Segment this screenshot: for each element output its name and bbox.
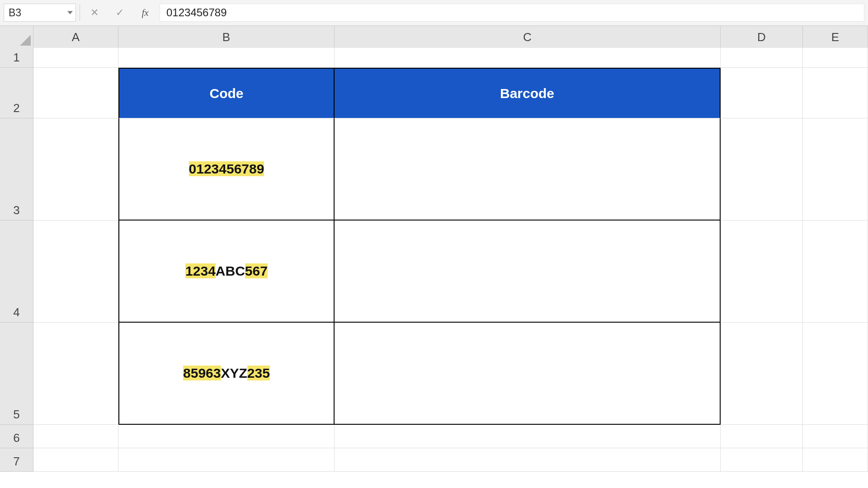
- cell-d2[interactable]: [721, 68, 803, 118]
- cell-b3-code[interactable]: 0123456789: [118, 118, 335, 221]
- grid-rows: 1 2 Code Barcode 3 0123: [0, 48, 868, 472]
- cell-d3[interactable]: [721, 118, 803, 221]
- formula-input[interactable]: 0123456789: [160, 4, 864, 22]
- cell-a6[interactable]: [33, 425, 118, 448]
- formula-bar: B3 ✕ ✓ fx 0123456789: [0, 0, 868, 26]
- check-icon: ✓: [116, 7, 124, 19]
- row-header-3[interactable]: 3: [0, 118, 33, 221]
- chevron-down-icon[interactable]: [67, 11, 73, 14]
- cell-b2-header-code[interactable]: Code: [118, 68, 335, 118]
- cell-a1[interactable]: [33, 48, 118, 68]
- cell-e3[interactable]: [803, 118, 868, 221]
- name-box[interactable]: B3: [4, 4, 76, 22]
- code-value-row3: 85963XYZ235: [183, 366, 270, 381]
- formula-input-value: 0123456789: [166, 6, 226, 19]
- header-barcode-label: Barcode: [500, 86, 554, 101]
- cell-c1[interactable]: [335, 48, 721, 68]
- select-all-corner[interactable]: [0, 26, 33, 48]
- column-headers: A B C D E: [0, 26, 868, 48]
- row-header-2[interactable]: 2: [0, 68, 33, 118]
- cell-b6[interactable]: [118, 425, 335, 448]
- cell-a5[interactable]: [33, 323, 118, 425]
- cell-d6[interactable]: [721, 425, 803, 448]
- cell-c6[interactable]: [335, 425, 721, 448]
- cell-a2[interactable]: [33, 68, 118, 118]
- cell-d5[interactable]: [721, 323, 803, 425]
- cell-e6[interactable]: [803, 425, 868, 448]
- close-icon: ✕: [90, 7, 99, 19]
- cell-b5-code[interactable]: 85963XYZ235: [118, 323, 335, 425]
- cell-d1[interactable]: [721, 48, 803, 68]
- row-header-4[interactable]: 4: [0, 221, 33, 323]
- cell-c2-header-barcode[interactable]: Barcode: [335, 68, 721, 118]
- cancel-formula-button[interactable]: ✕: [84, 4, 105, 22]
- row-header-7[interactable]: 7: [0, 448, 33, 472]
- cell-c7[interactable]: [335, 448, 721, 472]
- cell-e2[interactable]: [803, 68, 868, 118]
- cell-c3-barcode[interactable]: [335, 118, 721, 221]
- cell-a4[interactable]: [33, 221, 118, 323]
- header-code-label: Code: [210, 86, 244, 101]
- col-header-c[interactable]: C: [335, 26, 721, 48]
- row-header-1[interactable]: 1: [0, 48, 33, 68]
- row-header-6[interactable]: 6: [0, 425, 33, 448]
- cell-a3[interactable]: [33, 118, 118, 221]
- cell-b4-code[interactable]: 1234ABC567: [118, 221, 335, 323]
- separator: [80, 4, 80, 21]
- cell-e4[interactable]: [803, 221, 868, 323]
- cell-c4-barcode[interactable]: [335, 221, 721, 323]
- code-value-row1: 0123456789: [189, 161, 264, 177]
- cell-e7[interactable]: [803, 448, 868, 472]
- cell-e1[interactable]: [803, 48, 868, 68]
- col-header-a[interactable]: A: [33, 26, 118, 48]
- cell-a7[interactable]: [33, 448, 118, 472]
- col-header-b[interactable]: B: [118, 26, 335, 48]
- cell-b1[interactable]: [118, 48, 335, 68]
- worksheet: A B C D E 1 2 Code Barcode: [0, 26, 868, 472]
- fx-icon: fx: [142, 7, 148, 19]
- cell-d4[interactable]: [721, 221, 803, 323]
- col-header-d[interactable]: D: [721, 26, 803, 48]
- name-box-value: B3: [9, 7, 21, 19]
- insert-function-button[interactable]: fx: [134, 4, 156, 22]
- cell-c5-barcode[interactable]: [335, 323, 721, 425]
- cell-b7[interactable]: [118, 448, 335, 472]
- col-header-e[interactable]: E: [803, 26, 868, 48]
- row-header-5[interactable]: 5: [0, 323, 33, 425]
- code-value-row2: 1234ABC567: [185, 263, 268, 279]
- cell-e5[interactable]: [803, 323, 868, 425]
- cell-d7[interactable]: [721, 448, 803, 472]
- enter-formula-button[interactable]: ✓: [109, 4, 131, 22]
